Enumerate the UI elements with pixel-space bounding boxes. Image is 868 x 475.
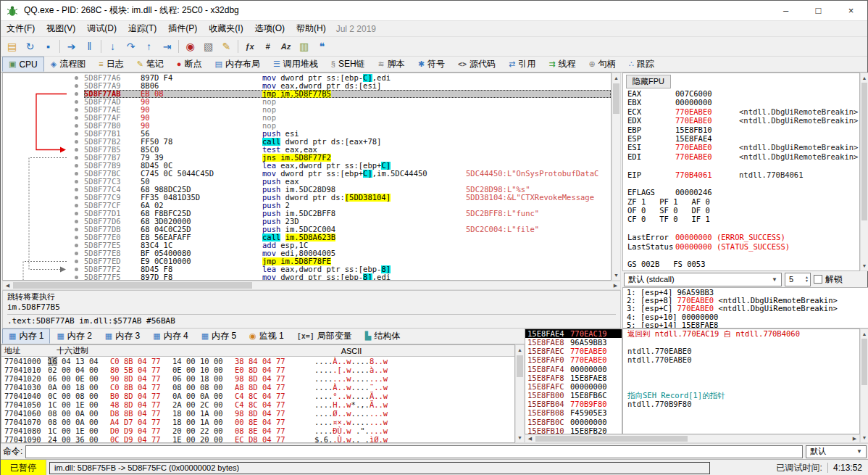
register-row[interactable]: GS 002B FS 0053	[623, 260, 859, 268]
calculator-button[interactable]: ƒx	[241, 38, 259, 55]
registers-vscrollbar[interactable]: ▲ ▼	[860, 73, 868, 271]
dump-row[interactable]: 770410501C 00 1E 0048 8D 04 772A 00 2C 0…	[1, 400, 514, 409]
register-row[interactable]: LastError00000000 (ERROR_SUCCESS)	[623, 233, 859, 241]
dump-row[interactable]: 770410300A 00 18 00C0 8B 04 7708 00 08 0…	[1, 383, 514, 392]
breakpoint-dot[interactable]	[75, 252, 78, 255]
tab-seh[interactable]: §SEH链	[325, 57, 372, 72]
stack-row[interactable]: 15E8FB04770B9F80	[525, 400, 622, 408]
tab-log[interactable]: ≡日志	[92, 57, 130, 72]
stack-comment-row[interactable]	[623, 418, 859, 426]
dump-vscrollbar[interactable]: ▲ ▼	[515, 344, 525, 443]
scroll-right-icon[interactable]: ▶	[850, 435, 859, 442]
log-book-button[interactable]: ▥	[295, 38, 313, 55]
register-row[interactable]	[623, 251, 859, 260]
scroll-up-icon[interactable]: ▲	[861, 329, 868, 339]
stack-comment-row[interactable]	[623, 338, 859, 347]
stack-comment-row[interactable]	[623, 426, 859, 434]
tab-script[interactable]: ≋脚本	[372, 57, 412, 72]
tab-struct[interactable]: ▙结构体	[359, 329, 406, 344]
tab-breakpoints[interactable]: ●断点	[170, 57, 209, 72]
tab-handles[interactable]: ⊕句柄	[583, 57, 622, 72]
dump-row[interactable]: 770410801C 00 1E 00D0 D9 04 7720 00 22 0…	[1, 426, 514, 435]
dump-row[interactable]: 7704101002 00 04 0080 5B 04 770E 00 10 0…	[1, 365, 514, 374]
breakpoint-dot[interactable]	[75, 244, 78, 247]
stack-comment-row[interactable]: ntdll.770EABE0	[623, 347, 859, 355]
stack-row[interactable]: 15E8FAFC00000000	[525, 382, 622, 391]
disasm-row[interactable]: 5D8F77A6897D F4mov dword ptr ss:[ebp-C],…	[3, 74, 611, 82]
stack-comment-row[interactable]	[623, 382, 859, 391]
register-row[interactable]: ECX770EABE0<ntdll.DbgUiRemoteBreakin>	[623, 107, 859, 116]
tab-cpu[interactable]: ▣CPU	[2, 57, 44, 72]
breakpoint-dot[interactable]	[75, 92, 78, 96]
register-row[interactable]: LastStatus00000000 (STATUS_SUCCESS)	[623, 242, 859, 251]
breakpoint-dot[interactable]	[75, 260, 78, 263]
spinner-arrows-icon[interactable]: ▲▼	[805, 276, 809, 283]
breakpoint-dot[interactable]	[75, 188, 78, 191]
breakpoint-dot[interactable]	[75, 124, 78, 128]
tab-locals[interactable]: [x=]局部变量	[291, 329, 359, 344]
disassembly-pane[interactable]: 5D8F77A6897D F4mov dword ptr ss:[ebp-C],…	[2, 73, 612, 281]
arg-count-spinner[interactable]: 5 ▲▼	[785, 273, 811, 286]
breakpoint-dot[interactable]	[75, 220, 78, 223]
stack-arg-row[interactable]: 5: [esp+14] 15E8FAE8	[623, 321, 868, 329]
disasm-row[interactable]: 5D8F77EDE9 0C010000jmp im.5D8F78FE	[3, 257, 611, 265]
disasm-row[interactable]: 5D8F77CF6A 02push 2	[3, 202, 611, 210]
scroll-up-icon[interactable]: ▲	[861, 73, 868, 83]
register-row[interactable]: EAX007C6000	[623, 89, 859, 98]
scroll-thumb[interactable]	[861, 339, 867, 385]
tab-dump-4[interactable]: ▦内存 4	[146, 329, 194, 344]
register-row[interactable]: OF 0 SF 0 DF 0	[623, 206, 859, 215]
disasm-row[interactable]: 5D8F77C350push eax	[3, 178, 611, 186]
stack-comment-row[interactable]	[623, 408, 859, 417]
dump-row[interactable]: 7704100016 04 13 04C0 8B 04 7714 00 10 0…	[1, 357, 514, 365]
menu-item[interactable]: 选项(O)	[249, 21, 291, 36]
tab-graph[interactable]: ◈流程图	[44, 57, 92, 72]
menu-item[interactable]: 追踪(T)	[122, 21, 162, 36]
disasm-row[interactable]: 5D8F77AD90nop	[3, 98, 611, 106]
breakpoint-dot[interactable]	[75, 276, 78, 279]
register-row[interactable]: EDX770EABE0<ntdll.DbgUiRemoteBreakin>	[623, 116, 859, 125]
dump-row[interactable]: 770410400C 00 08 00B0 8D 04 770A 00 0A 0…	[1, 392, 514, 400]
stack-row[interactable]: 15E8FB1015E8FB20	[525, 426, 622, 434]
scroll-down-icon[interactable]: ▼	[516, 433, 524, 442]
disassembly-vscrollbar[interactable]: ▲ ▼	[612, 73, 621, 281]
run-to-cursor-button[interactable]: ⇥	[158, 38, 176, 55]
stack-comment-row[interactable]: 返回到 ntdll.770EAC19 自 ntdll.770B4060	[623, 329, 859, 338]
breakpoint-dot[interactable]	[75, 76, 78, 80]
breakpoint-dot[interactable]	[75, 180, 78, 183]
stack-comment-row[interactable]: ntdll.770EABE0	[623, 355, 859, 364]
scroll-right-icon[interactable]: ▶	[611, 281, 620, 289]
dump-row[interactable]: 7704102006 00 0E 0090 8D 04 7706 00 18 0…	[1, 374, 514, 383]
disasm-row[interactable]: 5D8F77AE90nop	[3, 106, 611, 114]
breakpoint-dot[interactable]	[75, 108, 78, 112]
stack-row[interactable]: 15E8FAF815E8FAE8	[525, 373, 622, 382]
breakpoint-dot[interactable]	[75, 212, 78, 215]
register-row[interactable]	[623, 179, 859, 188]
tab-call-stack[interactable]: ☰调用堆栈	[267, 57, 325, 72]
stack-row[interactable]: 15E8FAF0770EABE0	[525, 355, 622, 364]
close-button[interactable]: ×	[835, 1, 867, 20]
register-row[interactable]: ZF 1 PF 1 AF 0	[623, 197, 859, 206]
breakpoint-dot[interactable]	[75, 100, 78, 104]
tab-dump-2[interactable]: ▦内存 2	[50, 329, 98, 344]
stack-comment-row[interactable]	[623, 365, 859, 373]
minimize-button[interactable]: –	[769, 1, 802, 20]
disasm-row[interactable]: 5D8F77BCC745 0C 5044C45Dmov dword ptr ss…	[3, 170, 611, 178]
stop-button[interactable]: ▪	[39, 38, 57, 55]
run-button[interactable]: ➔	[62, 38, 80, 55]
stack-row[interactable]: 15E8FB08F45905E3	[525, 408, 622, 417]
calling-convention-select[interactable]: 默认 (stdcall) ▼	[624, 273, 782, 286]
step-into-button[interactable]: ↓	[104, 38, 122, 55]
hide-fpu-button[interactable]: 隐藏FPU	[626, 75, 671, 88]
disasm-row[interactable]: 5D8F77B585C0test eax,eax	[3, 146, 611, 154]
breakpoint-dot[interactable]	[75, 140, 78, 144]
tab-symbols[interactable]: ✱符号	[412, 57, 451, 72]
scroll-thumb[interactable]	[861, 83, 867, 220]
menu-item[interactable]: 收藏夹(I)	[203, 21, 249, 36]
breakpoint-dot[interactable]	[75, 172, 78, 175]
menu-item[interactable]: 帮助(H)	[291, 21, 332, 36]
breakpoint-dot[interactable]	[75, 204, 78, 207]
tab-source[interactable]: <>源代码	[451, 57, 502, 72]
step-over-button[interactable]: ↷	[122, 38, 140, 55]
scroll-thumb[interactable]	[535, 436, 688, 442]
